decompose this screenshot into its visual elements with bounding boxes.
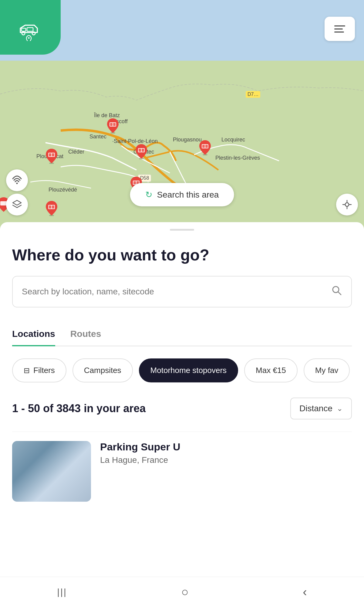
app-logo[interactable] [17, 17, 41, 42]
svg-point-35 [345, 203, 349, 206]
location-name-1: Parking Super U [100, 441, 352, 453]
location-image-1 [12, 441, 91, 502]
filter-chip-favorites[interactable]: My fav [304, 358, 350, 382]
search-input[interactable] [22, 287, 326, 297]
filters-row: ⊟ Filters Campsites Motorhome stopovers … [12, 358, 352, 382]
svg-point-34 [16, 183, 18, 184]
nav-menu-button[interactable]: ||| [57, 587, 67, 597]
refresh-icon: ↻ [145, 190, 152, 200]
search-area-button[interactable]: ↻ Search this area [130, 183, 234, 206]
filter-chip-motorhome[interactable]: Motorhome stopovers [139, 358, 238, 382]
svg-point-32 [32, 32, 35, 35]
menu-button[interactable] [325, 17, 355, 41]
svg-rect-6 [139, 149, 141, 152]
map-marker-1[interactable] [106, 118, 120, 134]
svg-rect-29 [22, 28, 26, 31]
map-label-plestin: Plestin-les-Grèves [215, 155, 260, 161]
map-container[interactable]: Île de Batz Roscoff Santec ·Saint-Pol-de… [0, 0, 364, 231]
location-address-1: La Hague, France [100, 455, 352, 465]
layers-control[interactable] [6, 194, 28, 215]
map-marker-2[interactable] [135, 144, 148, 159]
sort-label: Distance [299, 404, 332, 413]
svg-rect-11 [52, 153, 54, 156]
map-label-locquirec: Locquirec [221, 137, 245, 143]
svg-rect-14 [49, 205, 51, 209]
map-marker-4[interactable] [45, 200, 58, 216]
page-title: Where do you want to go? [12, 237, 352, 276]
chevron-down-icon: ⌄ [337, 404, 343, 413]
filter-label-filters: Filters [33, 366, 55, 375]
svg-rect-7 [142, 149, 144, 152]
filter-label-maxprice: Max €15 [256, 366, 286, 375]
bottom-nav: ||| ○ ‹ [0, 577, 364, 607]
map-label-santec: Santec [89, 134, 106, 140]
search-icon [331, 285, 342, 298]
hamburger-line-3 [334, 32, 344, 32]
svg-rect-18 [133, 181, 136, 184]
nav-home-button[interactable]: ○ [181, 585, 188, 599]
filter-label-favorites: My fav [315, 366, 339, 375]
tab-locations[interactable]: Locations [12, 323, 55, 346]
tabs-container: Locations Routes [12, 323, 352, 346]
filter-chip-campsites[interactable]: Campsites [72, 358, 133, 382]
search-area-label: Search this area [157, 190, 219, 200]
drag-handle [170, 229, 194, 231]
filter-chip-maxprice[interactable]: Max €15 [244, 358, 298, 382]
map-marker-7[interactable] [198, 140, 212, 155]
tab-routes[interactable]: Routes [70, 323, 101, 346]
nav-back-button[interactable]: ‹ [303, 585, 307, 599]
svg-rect-26 [202, 145, 205, 148]
filter-sliders-icon: ⊟ [24, 366, 30, 375]
filter-chip-filters[interactable]: ⊟ Filters [12, 358, 66, 382]
svg-line-41 [338, 292, 341, 295]
drag-handle-area[interactable] [0, 222, 364, 237]
results-header: 1 - 50 of 3843 in your area Distance ⌄ [12, 398, 352, 419]
svg-point-33 [28, 37, 30, 39]
map-marker-3[interactable] [45, 148, 58, 164]
hamburger-line-1 [334, 25, 345, 26]
location-card-1[interactable]: Parking Super U La Hague, France [12, 432, 352, 511]
results-count: 1 - 50 of 3843 in your area [12, 402, 146, 415]
svg-rect-15 [52, 205, 54, 209]
location-info-1: Parking Super U La Hague, France [100, 441, 352, 502]
filter-label-campsites: Campsites [84, 366, 121, 375]
location-control[interactable] [336, 194, 358, 215]
sort-dropdown[interactable]: Distance ⌄ [290, 398, 352, 419]
map-label-cleder: Cléder [68, 149, 84, 155]
svg-rect-30 [27, 28, 33, 31]
map-label-plougasnou: Plougasnou [173, 137, 202, 143]
bottom-sheet: Where do you want to go? Locations Route… [0, 237, 364, 511]
svg-point-31 [22, 32, 25, 35]
search-input-container[interactable] [12, 276, 352, 307]
location-image-inner-1 [12, 441, 91, 502]
filter-label-motorhome: Motorhome stopovers [150, 366, 227, 375]
svg-rect-10 [49, 153, 51, 156]
wifi-control[interactable] [6, 169, 28, 191]
hamburger-icon [334, 25, 345, 32]
map-label-plouzevede: Plouzévédé [49, 187, 77, 193]
svg-rect-2 [110, 123, 113, 126]
svg-rect-27 [205, 145, 208, 148]
hamburger-line-2 [334, 29, 343, 29]
map-label-d7: D7… [246, 91, 260, 98]
svg-rect-3 [113, 123, 116, 126]
